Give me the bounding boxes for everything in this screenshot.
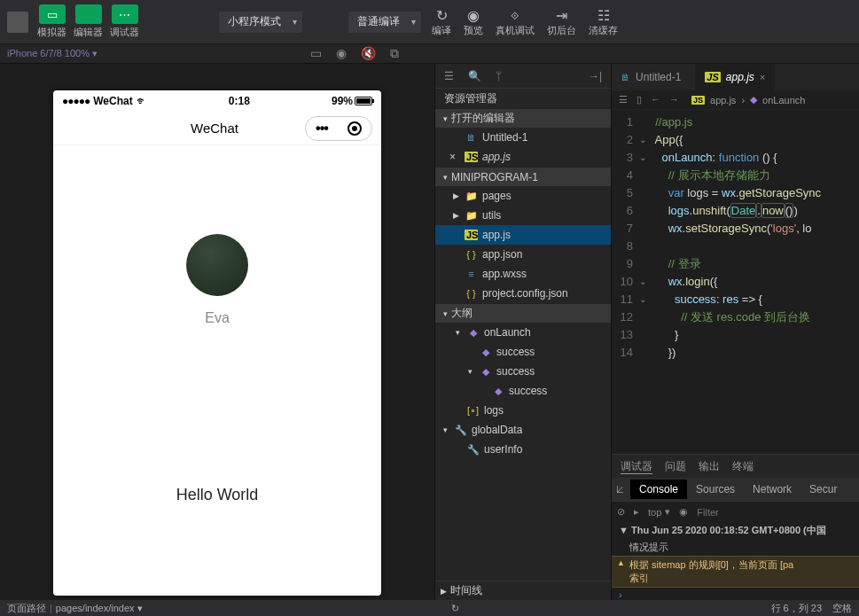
symbol-label: userInfo xyxy=(484,443,522,456)
folder-icon: 📁 xyxy=(465,191,478,202)
path-label: 页面路径 xyxy=(7,602,46,615)
devtools-tab[interactable]: Console xyxy=(630,480,687,499)
indent-mode[interactable]: 空格 xyxy=(832,602,852,615)
cube-icon: ◆ xyxy=(479,366,492,378)
outline-item[interactable]: ▾🔧globalData xyxy=(435,420,611,440)
toolbar-模拟器[interactable]: ▭模拟器 xyxy=(37,4,66,39)
devtools-tab[interactable]: Sources xyxy=(687,480,744,499)
capsule-menu[interactable]: ••• xyxy=(305,116,372,141)
back-icon[interactable]: ← xyxy=(651,94,660,105)
bookmark-icon[interactable]: ▯ xyxy=(636,94,642,105)
html-icon: ≡ xyxy=(465,269,478,279)
clear-icon[interactable]: ⊘ xyxy=(617,506,625,518)
inspect-icon[interactable]: ⟀ xyxy=(617,483,623,495)
close-target-icon[interactable] xyxy=(348,121,362,136)
list-icon[interactable]: ☰ xyxy=(444,70,454,82)
file-icon: 🗎 xyxy=(621,72,630,82)
filter-input[interactable] xyxy=(697,507,732,518)
outline-section[interactable]: ▾大纲 xyxy=(435,303,611,323)
toolbar-清缓存[interactable]: ☷清缓存 xyxy=(589,7,618,37)
outline-item[interactable]: ▾◆success xyxy=(435,362,611,381)
avatar[interactable] xyxy=(186,234,248,296)
toolbar-切后台[interactable]: ⇥切后台 xyxy=(547,7,576,37)
editor-tab[interactable]: 🗎Untitled-1 xyxy=(612,64,696,90)
mode-select[interactable]: 小程序模式 xyxy=(219,12,302,33)
forward-icon[interactable]: → xyxy=(669,94,679,105)
menu-icon[interactable]: ☰ xyxy=(619,94,628,105)
outline-item[interactable]: ◆success xyxy=(435,342,611,362)
js-icon: JS xyxy=(465,230,478,240)
page-title: WeChat xyxy=(124,121,305,136)
js-icon: JS xyxy=(691,96,705,105)
json-icon: { } xyxy=(465,249,478,260)
js-icon: JS xyxy=(465,152,478,162)
device-select[interactable]: iPhone 6/7/8 100% ▾ xyxy=(7,48,98,59)
file-label: app.wxss xyxy=(482,268,527,280)
context-select[interactable]: top ▾ xyxy=(648,506,670,518)
editor-tab[interactable]: JSapp.js× xyxy=(696,64,775,90)
wifi-icon: ᯤ xyxy=(137,95,147,107)
search-icon[interactable]: 🔍 xyxy=(468,70,481,82)
panel-tab[interactable]: 问题 xyxy=(665,459,686,474)
file-label: Untitled-1 xyxy=(482,131,527,144)
carrier-label: WeChat xyxy=(93,95,132,107)
cursor-position[interactable]: 行 6，列 23 xyxy=(771,602,822,615)
username-label: Eva xyxy=(53,310,381,326)
toolbar-调试器[interactable]: ⋯调试器 xyxy=(110,4,139,39)
outline-item[interactable]: ▾◆onLaunch xyxy=(435,323,611,342)
cube-icon: ◆ xyxy=(466,327,480,339)
devtools-tab[interactable]: Network xyxy=(744,480,800,499)
top-toolbar: ▭模拟器编辑器⋯调试器 小程序模式 普通编译 ↻编译◉预览⟐真机调试⇥切后台☷清… xyxy=(0,0,859,44)
panel-tab[interactable]: 调试器 xyxy=(621,459,652,474)
code-editor[interactable]: 1 //app.js2⌄ App({3⌄ onLaunch: function … xyxy=(612,110,859,454)
chevron-right-icon: › xyxy=(741,95,745,105)
panel-tab[interactable]: 终端 xyxy=(732,459,754,474)
panel-tab[interactable]: 输出 xyxy=(699,459,720,474)
eye-icon[interactable]: ◉ xyxy=(679,506,688,518)
sync-icon[interactable]: ↻ xyxy=(451,603,459,614)
devtools-tab[interactable]: Secur xyxy=(800,480,846,499)
toolbar-编辑器[interactable]: 编辑器 xyxy=(74,4,103,39)
file-label: app.js xyxy=(482,229,511,241)
branch-icon[interactable]: ᛘ xyxy=(496,70,502,82)
symbol-label: logs xyxy=(484,404,504,417)
cube-icon: ◆ xyxy=(750,94,757,105)
open-editor-item[interactable]: ×JSapp.js xyxy=(435,147,611,167)
open-editors-section[interactable]: ▾打开的编辑器 xyxy=(435,108,611,128)
collapse-icon[interactable]: →| xyxy=(589,70,602,82)
toolbar-预览[interactable]: ◉预览 xyxy=(464,7,483,37)
outline-item[interactable]: [∘]logs xyxy=(435,401,611,420)
file-label: app.js xyxy=(482,151,511,163)
detach-icon[interactable]: ⧉ xyxy=(390,46,399,61)
open-editor-item[interactable]: 🗎Untitled-1 xyxy=(435,128,611,147)
crumb-file[interactable]: app.js xyxy=(710,95,736,105)
outline-item[interactable]: 🔧userInfo xyxy=(435,440,611,459)
crumb-symbol[interactable]: onLaunch xyxy=(762,95,805,105)
record-icon[interactable]: ◉ xyxy=(336,46,347,61)
rotate-icon[interactable]: ▭ xyxy=(310,46,322,61)
page-path[interactable]: pages/index/index ▾ xyxy=(56,603,143,614)
editor-panel: 🗎Untitled-1JSapp.js× ☰ ▯ ← → JS app.js ›… xyxy=(612,64,859,600)
mute-icon[interactable]: 🔇 xyxy=(361,46,376,61)
toolbar-真机调试[interactable]: ⟐真机调试 xyxy=(496,7,535,37)
compile-select[interactable]: 普通编译 xyxy=(348,12,421,33)
bottom-panel: 调试器问题输出终端 ⟀ ConsoleSourcesNetworkSecur ⊘… xyxy=(612,454,859,600)
file-label: pages xyxy=(482,190,511,202)
toolbar-编译[interactable]: ↻编译 xyxy=(432,7,451,37)
outline-item[interactable]: ◆success xyxy=(435,381,611,401)
close-icon[interactable]: × xyxy=(760,72,765,82)
tree-item[interactable]: JSapp.js xyxy=(435,225,611,245)
console-prompt[interactable]: › xyxy=(612,588,859,600)
close-icon[interactable]: × xyxy=(449,151,460,163)
console-warning: 根据 sitemap 的规则[0]，当前页面 [pa 索引 xyxy=(612,556,859,588)
tree-item[interactable]: { }app.json xyxy=(435,245,611,264)
tree-item[interactable]: ▶📁pages xyxy=(435,186,611,206)
timeline-section[interactable]: ▶时间线 xyxy=(435,581,611,600)
json-icon: { } xyxy=(465,288,478,299)
menu-dots-icon[interactable]: ••• xyxy=(316,121,328,136)
project-section[interactable]: ▾MINIPROGRAM-1 xyxy=(435,167,611,186)
tree-item[interactable]: { }project.config.json xyxy=(435,284,611,303)
play-icon[interactable]: ▸ xyxy=(634,506,639,518)
tree-item[interactable]: ≡app.wxss xyxy=(435,264,611,284)
tree-item[interactable]: ▶📁utils xyxy=(435,206,611,225)
